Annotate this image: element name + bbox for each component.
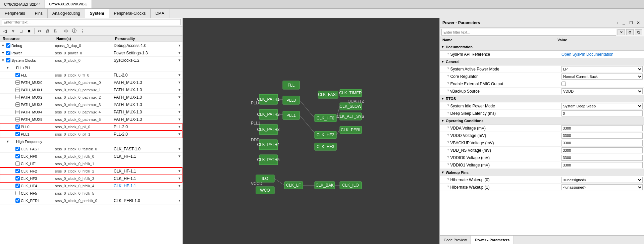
param-input[interactable] — [561, 162, 643, 168]
resource-checkbox[interactable] — [15, 102, 20, 107]
bottom-tab-code-preview[interactable]: Code Preview — [440, 236, 471, 244]
maximize-icon-btn[interactable]: ☐ — [628, 20, 634, 26]
resource-checkbox[interactable] — [15, 88, 20, 92]
personality-dropdown-arrow[interactable]: ▼ — [178, 169, 181, 173]
toolbar-btn-settings[interactable]: ⚙ — [62, 27, 70, 35]
toolbar-btn-funnel[interactable]: ▿ — [9, 27, 17, 35]
section-expand-icon[interactable]: ▼ — [441, 60, 444, 63]
param-select[interactable]: Normal Current Buck — [561, 74, 643, 80]
toolbar-btn-expand[interactable]: □ — [17, 27, 25, 35]
resource-checkbox[interactable] — [15, 80, 20, 85]
personality-dropdown-arrow[interactable]: ▼ — [178, 81, 181, 84]
personality-dropdown-arrow[interactable]: ▼ — [178, 73, 181, 77]
tab-peripheral-clocks[interactable]: Peripheral-Clocks — [109, 9, 151, 18]
param-select[interactable]: <unassigned> — [561, 177, 643, 183]
tab-pins[interactable]: Pins — [30, 9, 48, 18]
tree-row[interactable]: PATH_MUX4srss_0_clock_0_pathmux_4PATH_MU… — [0, 108, 182, 116]
restore-icon-btn[interactable]: □ — [613, 20, 619, 26]
tree-row[interactable]: CLK_HF1srss_0_clock_0_hfclk_1 — [0, 160, 182, 167]
device-tab-2[interactable]: CYW43012C0WKWBG — [45, 0, 92, 8]
tab-dma[interactable]: DMA — [151, 9, 169, 18]
tree-row[interactable]: CLK_FASTsrss_0_clock_0_fastclk_0CLK_FAST… — [0, 145, 182, 153]
resource-checkbox[interactable] — [15, 117, 20, 121]
help-icon[interactable]: ? — [447, 75, 449, 78]
tree-row[interactable]: FLLsrss_0_clock_0_fll_0FLL-2.0▼ — [0, 71, 182, 79]
help-icon[interactable]: ? — [447, 148, 449, 152]
toolbar-btn-info[interactable]: ⓘ — [70, 27, 78, 35]
tree-row[interactable]: PATH_MUX3srss_0_clock_0_pathmux_3PATH_MU… — [0, 101, 182, 108]
tab-peripherals[interactable]: Peripherals — [0, 9, 30, 18]
param-section[interactable]: ▼General — [440, 58, 644, 65]
param-section[interactable]: ▼Operating Conditions — [440, 117, 644, 125]
resource-checkbox[interactable] — [15, 73, 20, 77]
expand-btn[interactable]: ▼ — [6, 66, 10, 69]
close-icon-btn[interactable]: ✕ — [635, 20, 641, 26]
param-checkbox[interactable] — [561, 82, 566, 86]
help-icon[interactable]: ? — [447, 104, 449, 108]
param-select[interactable]: <unassigned> — [561, 184, 643, 190]
personality-dropdown-arrow[interactable]: ▼ — [178, 103, 181, 106]
param-input[interactable] — [561, 125, 643, 131]
param-value-link[interactable]: Open SysPm Documentation — [561, 52, 643, 57]
tree-row[interactable]: PATH_MUX1srss_0_clock_0_pathmux_1PATH_MU… — [0, 86, 182, 94]
toolbar-btn-cut[interactable]: ✂ — [36, 27, 43, 35]
tree-row[interactable]: PATH_MUX5srss_0_clock_0_pathmux_5PATH_MU… — [0, 116, 182, 123]
right-filter-settings-btn[interactable]: ⚙ — [626, 29, 634, 35]
tree-row[interactable]: PATH_MUX2srss_0_clock_0_pathmux_2PATH_MU… — [0, 94, 182, 101]
tree-row[interactable]: CLK_HF3srss_0_clock_0_hfclk_3CLK_HF-1.1▼ — [0, 175, 182, 182]
device-tab-1[interactable]: CY8C624ABZI-S2D44 — [0, 0, 45, 8]
personality-dropdown-arrow[interactable]: ▼ — [178, 58, 181, 62]
help-icon[interactable]: ? — [447, 134, 449, 137]
param-input[interactable] — [561, 155, 643, 161]
tree-row[interactable]: ▼FLL+PLL — [0, 64, 182, 71]
param-select[interactable]: System Deep Sleep — [561, 103, 643, 109]
tree-row[interactable]: PLL1srss_0_clock_0_pll_1PLL-2.0▼ — [0, 131, 182, 138]
toolbar-btn-more[interactable]: ⋮ — [78, 27, 86, 35]
expand-btn[interactable]: ▼ — [1, 44, 5, 47]
tree-row[interactable]: ▼High Frequency — [0, 138, 182, 145]
section-expand-icon[interactable]: ▼ — [441, 119, 444, 123]
help-icon[interactable]: ? — [447, 67, 449, 71]
param-section[interactable]: ▼RTOS — [440, 95, 644, 102]
personality-dropdown-arrow[interactable]: ▼ — [178, 199, 181, 202]
tree-row[interactable]: ▼Powersrss_0_power_0Power Settings-1.3▼ — [0, 49, 182, 57]
help-icon[interactable]: ? — [447, 178, 449, 182]
resource-checkbox[interactable] — [15, 147, 20, 151]
help-icon[interactable]: ? — [447, 163, 449, 167]
tree-row[interactable]: CLK_HF5srss_0_clock_0_hfclk_5 — [0, 190, 182, 197]
tab-system[interactable]: System — [85, 9, 109, 18]
tree-row[interactable]: PATH_MUX0srss_0_clock_0_pathmux_0PATH_MU… — [0, 79, 182, 86]
resource-checkbox[interactable] — [15, 132, 20, 136]
expand-btn[interactable]: ▼ — [1, 51, 5, 55]
expand-btn[interactable]: ▼ — [1, 58, 5, 62]
tree-row[interactable]: ▼System Clockssrss_0_clock_0SysClocks-1.… — [0, 57, 182, 64]
param-input[interactable] — [561, 147, 643, 153]
personality-dropdown-arrow[interactable]: ▼ — [178, 132, 181, 136]
section-expand-icon[interactable]: ▼ — [441, 97, 444, 100]
toolbar-btn-collapse[interactable]: ■ — [25, 27, 33, 35]
resource-checkbox[interactable] — [6, 58, 10, 62]
personality-dropdown-arrow[interactable]: ▼ — [178, 51, 181, 55]
toolbar-btn-copy[interactable]: ⎙ — [44, 27, 51, 35]
resource-checkbox[interactable] — [15, 95, 20, 99]
section-expand-icon[interactable]: ▼ — [441, 45, 444, 49]
toolbar-btn-filter[interactable]: ◁ — [1, 27, 9, 35]
help-icon[interactable]: ? — [447, 126, 449, 130]
resource-checkbox[interactable] — [15, 161, 20, 166]
param-input[interactable] — [561, 140, 643, 146]
bottom-tab-power-params[interactable]: Power - Parameters — [471, 236, 514, 244]
resource-checkbox[interactable] — [6, 51, 10, 55]
personality-dropdown-arrow[interactable]: ▼ — [178, 184, 181, 188]
personality-dropdown-arrow[interactable]: ▼ — [178, 95, 181, 99]
resource-checkbox[interactable] — [15, 184, 20, 188]
param-select[interactable]: LP — [561, 66, 643, 72]
right-filter-input[interactable] — [441, 29, 616, 36]
section-expand-icon[interactable]: ▼ — [441, 170, 444, 174]
personality-dropdown-arrow[interactable]: ▼ — [178, 110, 181, 114]
resource-checkbox[interactable] — [15, 176, 20, 181]
right-filter-clear-btn[interactable]: ✕ — [618, 29, 625, 35]
tree-row[interactable]: CLK_HF4srss_0_clock_0_hfclk_4CLK_HF-1.1▼ — [0, 182, 182, 190]
help-icon[interactable]: ? — [447, 156, 449, 159]
personality-dropdown-arrow[interactable]: ▼ — [178, 125, 181, 129]
minimize-icon-btn[interactable]: ⎯ — [621, 20, 627, 26]
